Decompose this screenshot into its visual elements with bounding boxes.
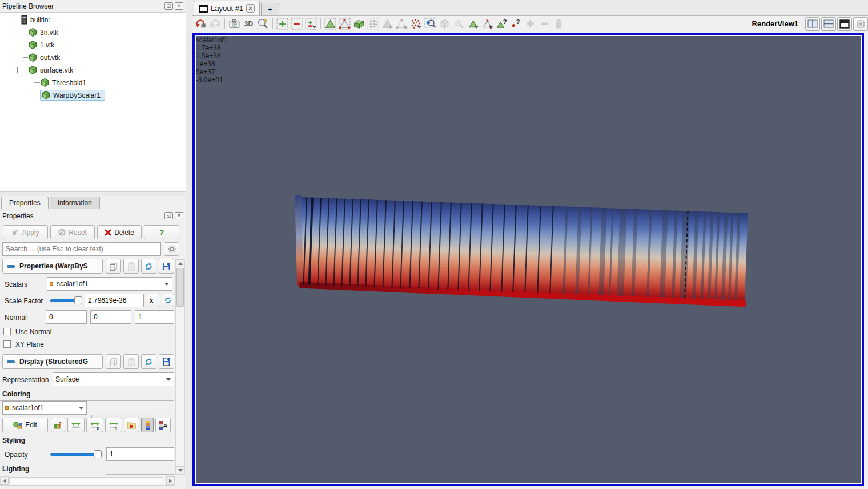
paste-properties-button[interactable] bbox=[123, 259, 139, 274]
scale-factor-reset-range-button[interactable] bbox=[162, 294, 174, 307]
float-panel-icon[interactable]: ◱ bbox=[164, 212, 173, 219]
render-view-title[interactable]: RenderView1 bbox=[752, 19, 798, 28]
shrink-selection-icon[interactable] bbox=[537, 17, 552, 31]
split-horizontal-button[interactable] bbox=[805, 17, 820, 31]
normal-y-input[interactable] bbox=[90, 310, 131, 324]
apply-button[interactable]: Apply bbox=[3, 225, 48, 239]
render-scene[interactable]: scalar1of1 1.7e+381.5e+381e+385e+37-3.0e… bbox=[196, 36, 861, 483]
pipeline-item-builtin[interactable]: builtin: bbox=[21, 14, 53, 26]
show-color-legend-toggle[interactable] bbox=[141, 418, 154, 432]
xy-plane-checkbox[interactable] bbox=[3, 340, 11, 348]
query-points-icon[interactable]: ? bbox=[509, 17, 523, 31]
select-points-cluster-icon[interactable] bbox=[409, 17, 423, 31]
choose-preset-button[interactable] bbox=[124, 418, 139, 432]
normal-x-input[interactable] bbox=[46, 310, 87, 324]
scroll-up-icon[interactable] bbox=[178, 262, 183, 265]
select-cells-polygon-icon[interactable] bbox=[380, 17, 395, 31]
copy-properties-button[interactable] bbox=[106, 259, 121, 274]
split-vertical-button[interactable] bbox=[821, 17, 836, 31]
opacity-input[interactable] bbox=[106, 447, 174, 461]
toggle-selection-icon[interactable] bbox=[304, 17, 318, 31]
representation-combobox[interactable]: Surface bbox=[53, 372, 174, 386]
save-defaults-button[interactable] bbox=[159, 259, 174, 274]
zoom-to-box-icon[interactable] bbox=[256, 17, 270, 31]
normal-z-input[interactable] bbox=[135, 310, 174, 324]
interactive-select-points-icon[interactable] bbox=[423, 17, 437, 31]
close-panel-icon[interactable]: ✕ bbox=[175, 2, 183, 10]
properties-vertical-scrollbar[interactable] bbox=[175, 259, 185, 475]
close-view-button[interactable] bbox=[853, 17, 868, 31]
select-block-icon[interactable] bbox=[437, 17, 452, 31]
tab-layout-1[interactable]: Layout #1 ✕ bbox=[194, 1, 260, 15]
surface-stripe bbox=[365, 199, 369, 287]
scroll-down-icon[interactable] bbox=[178, 469, 183, 472]
copy-display-button[interactable] bbox=[106, 354, 121, 369]
search-options-button[interactable] bbox=[164, 242, 179, 256]
camera-redo-icon[interactable] bbox=[208, 17, 222, 31]
grow-selection-icon[interactable] bbox=[523, 17, 537, 31]
pipeline-item-threshold1[interactable]: Threshold1 bbox=[40, 77, 89, 89]
pipeline-item-warpbyscalar1[interactable]: WarpByScalar1 bbox=[40, 89, 105, 101]
pipeline-item-1-vtk[interactable]: 1.vtk bbox=[28, 39, 57, 51]
restore-defaults-button[interactable] bbox=[141, 259, 156, 274]
interactive-select-points-data-icon[interactable] bbox=[480, 17, 495, 31]
color-legend-bar[interactable] bbox=[797, 328, 806, 478]
scalars-combobox[interactable]: scalar1of1 bbox=[47, 277, 172, 291]
edit-color-map-button[interactable]: Edit bbox=[2, 418, 48, 432]
select-cells-on-icon[interactable] bbox=[323, 17, 337, 31]
save-display-defaults-button[interactable] bbox=[159, 354, 174, 369]
render-view-viewport[interactable]: scalar1of1 1.7e+381.5e+381e+385e+37-3.0e… bbox=[192, 33, 864, 486]
reset-button[interactable]: Reset bbox=[50, 225, 95, 239]
close-panel-icon[interactable]: ✕ bbox=[175, 212, 183, 219]
tab-properties[interactable]: Properties bbox=[1, 197, 49, 209]
pipeline-item-out-vtk[interactable]: out.vtk bbox=[28, 51, 62, 63]
toggle-3d-button[interactable]: 3D bbox=[242, 17, 256, 31]
search-input[interactable] bbox=[2, 242, 161, 256]
close-tab-icon[interactable]: ✕ bbox=[246, 4, 255, 13]
float-panel-icon[interactable]: ◱ bbox=[164, 2, 173, 10]
vertical-splitter[interactable] bbox=[186, 0, 192, 489]
scale-factor-slider[interactable] bbox=[50, 296, 82, 304]
rescale-to-data-range-button[interactable] bbox=[67, 418, 85, 432]
edit-color-legend-button[interactable]: e bbox=[155, 418, 171, 432]
capture-screenshot-icon[interactable] bbox=[227, 17, 242, 31]
add-selection-icon[interactable] bbox=[275, 17, 290, 31]
use-normal-checkbox[interactable] bbox=[3, 328, 11, 335]
rescale-visible-range-button[interactable]: ? bbox=[51, 418, 65, 432]
hover-points-icon[interactable] bbox=[452, 17, 466, 31]
rescale-to-custom-range-button[interactable]: c bbox=[86, 418, 103, 432]
svg-text:?: ? bbox=[58, 421, 62, 427]
scroll-left-icon[interactable] bbox=[3, 479, 6, 483]
interactive-select-cells-icon[interactable] bbox=[466, 17, 480, 31]
opacity-slider[interactable] bbox=[50, 450, 103, 458]
select-points-through-icon[interactable] bbox=[366, 17, 380, 31]
maximize-view-button[interactable] bbox=[837, 17, 852, 31]
collapse-expander-icon[interactable] bbox=[17, 67, 23, 73]
properties-horizontal-scrollbar[interactable] bbox=[0, 476, 175, 486]
select-cells-through-icon[interactable] bbox=[352, 17, 366, 31]
color-array-combobox[interactable]: scalar1of1 bbox=[2, 401, 87, 415]
new-layout-tab[interactable]: + bbox=[261, 3, 279, 15]
horizontal-splitter[interactable] bbox=[0, 192, 186, 196]
rescale-to-temporal-range-button[interactable]: t bbox=[105, 418, 122, 432]
tab-information[interactable]: Information bbox=[50, 197, 100, 209]
pipeline-item-3n-vtk[interactable]: 3n.vtk bbox=[28, 26, 61, 38]
select-points-on-icon[interactable] bbox=[337, 17, 352, 31]
paste-display-button[interactable] bbox=[123, 354, 139, 369]
select-points-polygon-icon[interactable] bbox=[395, 17, 409, 31]
pipeline-item-surface-vtk[interactable]: surface.vtk bbox=[17, 64, 75, 76]
clear-selection-icon[interactable] bbox=[552, 17, 566, 31]
delete-button[interactable]: Delete bbox=[97, 225, 142, 239]
warp-section-header[interactable]: Properties (WarpByS bbox=[2, 259, 103, 274]
scale-factor-clear-button[interactable]: x bbox=[146, 294, 160, 307]
restore-display-defaults-button[interactable] bbox=[141, 354, 156, 369]
scrollbar-thumb[interactable] bbox=[176, 268, 184, 307]
scrollbar-thumb[interactable] bbox=[9, 477, 163, 484]
subtract-selection-icon[interactable] bbox=[290, 17, 304, 31]
camera-undo-icon[interactable] bbox=[194, 17, 208, 31]
scale-factor-input[interactable] bbox=[85, 294, 144, 307]
query-cells-icon[interactable]: ? bbox=[495, 17, 509, 31]
help-button[interactable]: ? bbox=[144, 225, 179, 239]
display-section-header[interactable]: Display (StructuredG bbox=[2, 354, 103, 369]
scroll-right-icon[interactable] bbox=[169, 479, 172, 483]
